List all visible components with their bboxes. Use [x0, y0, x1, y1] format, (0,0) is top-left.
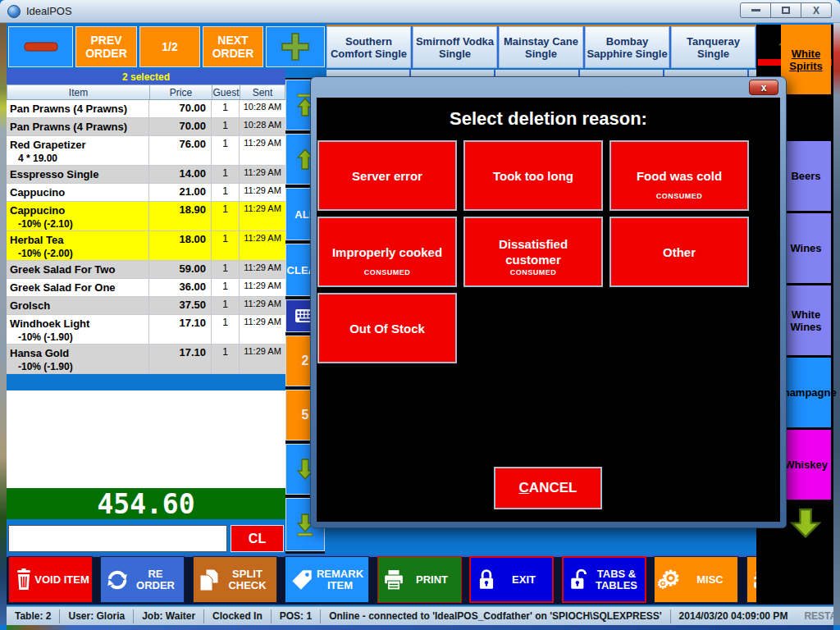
tabs-tables-label: TABS & TABLES [590, 568, 645, 591]
exit-button[interactable]: EXIT [469, 556, 554, 603]
drink-button[interactable]: Bombay Sapphire Single [585, 26, 669, 68]
clear-entry-label: CL [249, 532, 266, 546]
order-total-value: 454.60 [97, 488, 194, 520]
reason-button[interactable]: Dissatisfied customer CONSUMED [463, 217, 603, 287]
close-window-button[interactable]: X [801, 2, 832, 18]
remark-item-label: REMARK ITEM [313, 568, 368, 591]
cancel-button[interactable]: CANCEL [494, 467, 602, 509]
print-button[interactable]: PRINT [377, 556, 462, 603]
minimize-icon [751, 9, 760, 11]
table-row[interactable]: Pan Prawns (4 Prawns) 70.00 1 10:28 AM [7, 100, 285, 118]
order-total: 454.60 [7, 488, 285, 519]
reason-button[interactable]: Took too long [463, 140, 603, 211]
cell-item: Red Grapetizer 4 * 19.00 [7, 136, 149, 165]
clear-entry-button[interactable]: CL [231, 525, 284, 552]
category-button[interactable]: Whiskey [781, 430, 831, 500]
item-name: Greek Salad For Two [10, 262, 148, 276]
item-name: Grolsch [10, 299, 148, 313]
table-row[interactable]: Windhoek Light -10% (-1.90) 17.10 1 11:2… [7, 315, 285, 345]
cell-price: 18.90 [149, 202, 212, 231]
drink-button[interactable]: Mainstay Cane Single [499, 26, 583, 68]
increase-button[interactable] [266, 26, 325, 67]
cell-item: Cappucino [7, 184, 149, 201]
header-price: Price [150, 85, 212, 99]
scroll-down-icon[interactable] [789, 504, 822, 540]
reason-button-label: Improperly cooked [332, 244, 442, 260]
drink-button[interactable]: Tanqueray Single [671, 26, 756, 68]
item-modifier: -10% (-1.90) [10, 360, 148, 373]
amount-input[interactable] [8, 525, 227, 552]
table-row[interactable]: Cappucino -10% (-2.10) 18.90 1 11:29 AM [7, 202, 285, 231]
cell-guest: 1 [212, 279, 240, 296]
dialog-close-button[interactable]: x [749, 80, 778, 95]
misc-button[interactable]: ⚙⚙ MISC [654, 556, 738, 603]
minimize-button[interactable] [740, 2, 771, 18]
category-button-label: Beers [791, 170, 820, 182]
category-button[interactable]: Champagne [781, 358, 831, 427]
drink-button-label: Tanqueray Single [673, 35, 754, 60]
item-modifier: -10% (-1.90) [10, 331, 148, 344]
cell-item: Hansa Gold -10% (-1.90) [7, 345, 149, 373]
remark-item-button[interactable]: REMARK ITEM [285, 556, 369, 603]
split-check-label: SPLIT CHECK [220, 568, 276, 591]
category-button[interactable]: White Spirits [781, 25, 831, 94]
reason-consumed-tag: CONSUMED [465, 265, 601, 281]
cell-sent: 11:29 AM [240, 279, 285, 296]
maximize-button[interactable] [770, 2, 801, 18]
re-order-label: RE ORDER [129, 568, 184, 591]
table-row[interactable]: Herbal Tea -10% (-2.00) 18.00 1 11:29 AM [7, 231, 285, 261]
drink-button[interactable]: Southern Comfort Single [326, 26, 411, 68]
category-button-label: White Spirits [781, 48, 831, 72]
cell-price: 36.00 [149, 279, 212, 296]
table-row[interactable]: Greek Salad For Two 59.00 1 11:29 AM [7, 261, 285, 279]
table-row[interactable]: Hansa Gold -10% (-1.90) 17.10 1 11:29 AM [7, 345, 285, 374]
item-modifier: -10% (-2.10) [10, 217, 148, 231]
table-row[interactable]: Pan Prawns (4 Prawns) 70.00 1 10:28 AM [7, 118, 285, 136]
reason-button-label: Dissatisfied customer [473, 236, 593, 267]
cell-sent: 10:28 AM [240, 100, 285, 117]
table-row[interactable]: Red Grapetizer 4 * 19.00 76.00 1 11:29 A… [7, 136, 285, 166]
cell-sent: 11:29 AM [240, 184, 285, 201]
status-bar: Table: 2 User: Gloria Job: Waiter Clocke… [7, 606, 833, 625]
table-row[interactable]: Cappucino 21.00 1 11:29 AM [7, 184, 285, 202]
table-row[interactable]: Esspresso Single 14.00 1 11:29 AM [7, 166, 285, 184]
minus-icon [23, 40, 59, 53]
cell-sent: 10:28 AM [240, 118, 285, 135]
decrease-button[interactable] [8, 26, 73, 67]
item-modifier: -10% (-2.00) [10, 247, 148, 260]
reason-button[interactable]: Out Of Stock [317, 293, 457, 363]
status-table: Table: 2 [7, 609, 60, 623]
next-order-button[interactable]: NEXT ORDER [203, 26, 263, 67]
drink-button-label: Bombay Sapphire Single [587, 35, 668, 60]
void-item-button[interactable]: VOID ITEM [8, 556, 93, 603]
prev-order-button[interactable]: PREV ORDER [75, 26, 137, 67]
tabs-tables-button[interactable]: TABS & TABLES [562, 556, 646, 603]
re-order-button[interactable]: RE ORDER [100, 556, 185, 603]
page-indicator[interactable]: 1/2 [139, 26, 200, 67]
table-row[interactable]: Greek Salad For One 36.00 1 11:29 AM [7, 279, 285, 297]
reason-button[interactable]: Other [609, 217, 749, 287]
drink-button[interactable]: Smirnoff Vodka Single [413, 26, 497, 68]
cell-sent: 11:29 AM [240, 261, 285, 278]
item-name: Cappucino [10, 203, 148, 217]
cell-guest: 1 [212, 136, 240, 165]
reason-button[interactable]: Food was cold CONSUMED [609, 140, 749, 211]
category-button-label: Wines [790, 242, 821, 254]
cell-price: 21.00 [149, 184, 212, 201]
category-button[interactable]: Beers [781, 141, 831, 211]
window-border-right [833, 23, 840, 625]
cell-sent: 11:29 AM [240, 202, 285, 231]
reason-button[interactable]: Server error [317, 140, 457, 211]
selection-banner: 2 selected [7, 69, 285, 84]
cell-price: 59.00 [149, 261, 212, 278]
quantity-2-label: 2 [302, 354, 309, 368]
split-check-button[interactable]: SPLIT CHECK [193, 556, 277, 603]
cell-sent: 11:29 AM [240, 345, 285, 373]
category-button[interactable]: Wines [781, 213, 831, 283]
reason-button[interactable]: Improperly cooked CONSUMED [317, 217, 457, 287]
table-row[interactable]: Grolsch 37.50 1 11:29 AM [7, 297, 285, 315]
deletion-reason-dialog: x Select deletion reason: Server error T… [310, 76, 787, 528]
cell-guest: 1 [212, 345, 240, 373]
hidden-button-row [326, 70, 756, 76]
category-button[interactable]: White Wines [781, 285, 831, 355]
